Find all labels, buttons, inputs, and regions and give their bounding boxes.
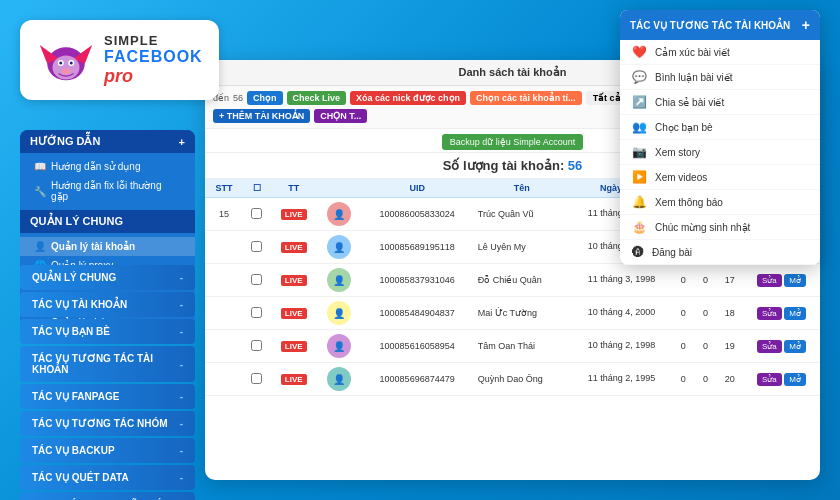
dropdown-item-icon-7: 🎂 <box>632 220 647 234</box>
cell-check[interactable] <box>243 264 270 297</box>
btn-them-tai-khoan[interactable]: + THÊM TÀI KHOẢN <box>213 109 310 123</box>
dropdown-item-icon-5: ▶️ <box>632 170 647 184</box>
btn-mo-3[interactable]: Mở <box>784 307 806 320</box>
fix-icon: 🔧 <box>34 186 46 197</box>
cell-c1: 0 <box>672 264 694 297</box>
dropdown-add-icon[interactable]: + <box>802 17 810 33</box>
menu-item-quan-ly-chung[interactable]: QUẢN LÝ CHUNG - <box>20 265 195 290</box>
btn-mo-4[interactable]: Mở <box>784 340 806 353</box>
dropdown-item-5[interactable]: ▶️Xem videos <box>620 165 820 190</box>
btn-sua-5[interactable]: Sửa <box>757 373 782 386</box>
menu-item-tac-vu-backup[interactable]: TÁC VỤ BACKUP - <box>20 438 195 463</box>
cell-check[interactable] <box>243 231 270 264</box>
sidebar-guide-section: 📖 Hướng dẫn sử dụng 🔧 Hướng dẫn fix lỗi … <box>20 153 195 210</box>
dropdown-item-3[interactable]: 👥Chọc bạn bè <box>620 115 820 140</box>
dropdown-header: TÁC VỤ TƯƠNG TÁC TÀI KHOẢN + <box>620 10 820 40</box>
cell-actions: Sửa Mở <box>743 264 820 297</box>
btn-chon-t[interactable]: CHỌN T... <box>314 109 367 123</box>
logo-container: SIMPLE FACEBOOK pro <box>20 20 219 100</box>
btn-mo-2[interactable]: Mở <box>784 274 806 287</box>
table-row: LIVE 👤 100085484904837 Mai Ức Tường 10 t… <box>205 297 820 330</box>
btn-mo-5[interactable]: Mở <box>784 373 806 386</box>
cell-check[interactable] <box>243 198 270 231</box>
main-menu: QUẢN LÝ CHUNG - TÁC VỤ TÀI KHOẢN - TÁC V… <box>20 265 195 500</box>
cell-name: Đỗ Chiều Quân <box>473 264 571 297</box>
col-name: Tên <box>473 179 571 198</box>
btn-sua-4[interactable]: Sửa <box>757 340 782 353</box>
menu-item-tac-vu-tuong-tac-nhom[interactable]: TÁC VỤ TƯƠNG TÁC NHÓM - <box>20 411 195 436</box>
cell-uid: 100085696874479 <box>362 363 473 396</box>
dropdown-item-0[interactable]: ❤️Cảm xúc bài viết <box>620 40 820 65</box>
cell-stt <box>205 297 243 330</box>
dropdown-item-icon-1: 💬 <box>632 70 647 84</box>
table-row: LIVE 👤 100085837931046 Đỗ Chiều Quân 11 … <box>205 264 820 297</box>
cell-uid: 100085616058954 <box>362 330 473 363</box>
cell-c1: 0 <box>672 330 694 363</box>
btn-chon[interactable]: Chọn <box>247 91 283 105</box>
cell-check[interactable] <box>243 363 270 396</box>
col-status: TT <box>270 179 317 198</box>
menu-item-tac-vu-quet-data[interactable]: TÁC VỤ QUÉT DATA - <box>20 465 195 490</box>
cell-stt <box>205 231 243 264</box>
dropdown-item-icon-6: 🔔 <box>632 195 647 209</box>
cell-status: LIVE <box>270 231 317 264</box>
dropdown-item-icon-0: ❤️ <box>632 45 647 59</box>
cell-c2: 0 <box>694 297 716 330</box>
cell-uid: 100085484904837 <box>362 297 473 330</box>
menu-item-danh-sach-data-da-quet[interactable]: DANH SÁCH DATA ĐÃ QUÉT - <box>20 492 195 500</box>
dropdown-item-icon-3: 👥 <box>632 120 647 134</box>
cell-name: Tâm Oan Thái <box>473 330 571 363</box>
col-stt: STT <box>205 179 243 198</box>
menu-item-tac-vu-tai-khoan[interactable]: TÁC VỤ TÀI KHOẢN - <box>20 292 195 317</box>
btn-sua-2[interactable]: Sửa <box>757 274 782 287</box>
cell-c2: 0 <box>694 330 716 363</box>
cell-avatar: 👤 <box>317 264 361 297</box>
cell-c2: 0 <box>694 363 716 396</box>
svg-point-8 <box>62 68 71 74</box>
cell-stt <box>205 264 243 297</box>
dropdown-item-8[interactable]: 🅐Đăng bài <box>620 240 820 265</box>
cell-dob: 10 tháng 2, 1998 <box>571 330 672 363</box>
logo-text: SIMPLE FACEBOOK pro <box>104 33 203 87</box>
dropdown-item-icon-8: 🅐 <box>632 245 644 259</box>
logo-pro-label: pro <box>104 66 203 87</box>
menu-item-tac-vu-tuong-tac-tai-khoan[interactable]: TÁC VỤ TƯƠNG TÁC TÀI KHOẢN - <box>20 346 195 382</box>
cell-uid: 100086005833024 <box>362 198 473 231</box>
cell-avatar: 👤 <box>317 297 361 330</box>
dropdown-item-2[interactable]: ↗️Chia sẻ bài viết <box>620 90 820 115</box>
cell-uid: 100085689195118 <box>362 231 473 264</box>
btn-chon-tai-khoan[interactable]: Chọn các tài khoản tí... <box>470 91 582 105</box>
menu-item-tac-vu-fanpage[interactable]: TÁC VỤ FANPAGE - <box>20 384 195 409</box>
cell-status: LIVE <box>270 363 317 396</box>
sidebar-item-huong-dan-su-dung[interactable]: 📖 Hướng dẫn sử dụng <box>20 157 195 176</box>
btn-check-live[interactable]: Check Live <box>287 91 347 105</box>
btn-sua-3[interactable]: Sửa <box>757 307 782 320</box>
sidebar-item-quan-ly-tai-khoan[interactable]: 👤 Quản lý tài khoản <box>20 237 195 256</box>
table-row: LIVE 👤 100085616058954 Tâm Oan Thái 10 t… <box>205 330 820 363</box>
cell-dob: 11 tháng 3, 1998 <box>571 264 672 297</box>
cell-avatar: 👤 <box>317 330 361 363</box>
dropdown-item-7[interactable]: 🎂Chúc mừng sinh nhật <box>620 215 820 240</box>
cell-name: Quỳnh Dao Ông <box>473 363 571 396</box>
cell-check[interactable] <box>243 297 270 330</box>
dropdown-menu: TÁC VỤ TƯƠNG TÁC TÀI KHOẢN + ❤️Cảm xúc b… <box>620 10 820 265</box>
cell-actions: Sửa Mở <box>743 330 820 363</box>
btn-backup[interactable]: Backup dữ liệu Simple Account <box>442 134 584 150</box>
btn-xoa-chon[interactable]: Xóa các nick được chọn <box>350 91 466 105</box>
cell-c3: 18 <box>717 297 743 330</box>
dropdown-item-icon-2: ↗️ <box>632 95 647 109</box>
dropdown-item-6[interactable]: 🔔Xem thông báo <box>620 190 820 215</box>
table-row: LIVE 👤 100085696874479 Quỳnh Dao Ông 11 … <box>205 363 820 396</box>
svg-point-6 <box>59 62 62 65</box>
menu-item-tac-vu-ban-be[interactable]: TÁC VỤ BẠN BÈ - <box>20 319 195 344</box>
cell-check[interactable] <box>243 330 270 363</box>
cell-name: Lê Uyên My <box>473 231 571 264</box>
cell-c2: 0 <box>694 264 716 297</box>
dropdown-item-4[interactable]: 📷Xem story <box>620 140 820 165</box>
sidebar-item-huong-dan-fix-loi[interactable]: 🔧 Hướng dẫn fix lỗi thường gặp <box>20 176 195 206</box>
cell-c3: 19 <box>717 330 743 363</box>
guide-icon: 📖 <box>34 161 46 172</box>
dropdown-item-1[interactable]: 💬Bình luận bài viết <box>620 65 820 90</box>
cell-c1: 0 <box>672 297 694 330</box>
col-check: ☐ <box>243 179 270 198</box>
